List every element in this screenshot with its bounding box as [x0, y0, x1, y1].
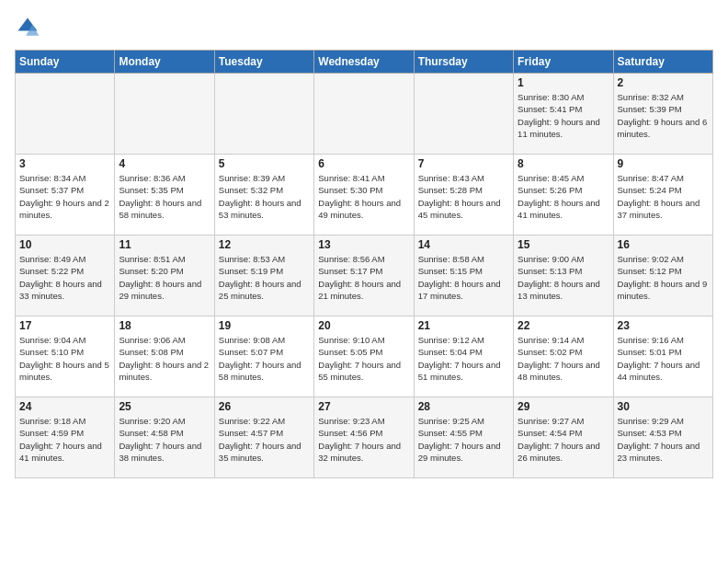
calendar-cell: 1Sunrise: 8:30 AM Sunset: 5:41 PM Daylig…: [514, 74, 613, 155]
day-number: 28: [418, 400, 509, 413]
calendar-cell: [16, 74, 115, 155]
calendar-cell: 26Sunrise: 9:22 AM Sunset: 4:57 PM Dayli…: [214, 397, 313, 478]
day-info: Sunrise: 9:06 AM Sunset: 5:08 PM Dayligh…: [119, 334, 210, 383]
logo-icon: [15, 15, 40, 40]
day-info: Sunrise: 8:34 AM Sunset: 5:37 PM Dayligh…: [19, 172, 110, 221]
calendar-cell: 30Sunrise: 9:29 AM Sunset: 4:53 PM Dayli…: [613, 397, 712, 478]
day-info: Sunrise: 9:12 AM Sunset: 5:04 PM Dayligh…: [418, 334, 509, 383]
calendar-week-3: 10Sunrise: 8:49 AM Sunset: 5:22 PM Dayli…: [16, 236, 713, 316]
day-number: 25: [119, 400, 210, 413]
day-number: 4: [119, 157, 210, 170]
calendar-cell: 13Sunrise: 8:56 AM Sunset: 5:17 PM Dayli…: [314, 236, 414, 316]
day-number: 15: [518, 238, 609, 251]
calendar-cell: 21Sunrise: 9:12 AM Sunset: 5:04 PM Dayli…: [414, 316, 513, 397]
day-number: 19: [219, 319, 310, 332]
day-info: Sunrise: 9:10 AM Sunset: 5:05 PM Dayligh…: [318, 334, 409, 383]
day-info: Sunrise: 9:29 AM Sunset: 4:53 PM Dayligh…: [618, 415, 709, 464]
day-info: Sunrise: 8:41 AM Sunset: 5:30 PM Dayligh…: [318, 172, 409, 221]
day-number: 12: [219, 238, 310, 251]
day-info: Sunrise: 9:25 AM Sunset: 4:55 PM Dayligh…: [418, 415, 509, 464]
calendar-cell: 16Sunrise: 9:02 AM Sunset: 5:12 PM Dayli…: [613, 236, 712, 316]
header: [15, 15, 713, 40]
day-number: 11: [119, 238, 210, 251]
day-info: Sunrise: 9:08 AM Sunset: 5:07 PM Dayligh…: [219, 334, 310, 383]
day-info: Sunrise: 9:22 AM Sunset: 4:57 PM Dayligh…: [219, 415, 310, 464]
header-friday: Friday: [514, 51, 613, 74]
day-info: Sunrise: 9:02 AM Sunset: 5:12 PM Dayligh…: [618, 253, 709, 302]
day-number: 6: [318, 157, 409, 170]
day-info: Sunrise: 8:39 AM Sunset: 5:32 PM Dayligh…: [219, 172, 310, 221]
day-number: 2: [618, 76, 709, 89]
day-number: 10: [19, 238, 110, 251]
day-number: 7: [418, 157, 509, 170]
day-number: 27: [318, 400, 409, 413]
day-number: 30: [618, 400, 709, 413]
day-info: Sunrise: 9:16 AM Sunset: 5:01 PM Dayligh…: [618, 334, 709, 383]
day-info: Sunrise: 8:47 AM Sunset: 5:24 PM Dayligh…: [618, 172, 709, 221]
day-number: 1: [518, 76, 609, 89]
day-number: 9: [618, 157, 709, 170]
calendar-cell: 10Sunrise: 8:49 AM Sunset: 5:22 PM Dayli…: [16, 236, 115, 316]
calendar-cell: 5Sunrise: 8:39 AM Sunset: 5:32 PM Daylig…: [214, 155, 313, 236]
calendar-cell: 12Sunrise: 8:53 AM Sunset: 5:19 PM Dayli…: [214, 236, 313, 316]
page: SundayMondayTuesdayWednesdayThursdayFrid…: [0, 0, 728, 489]
day-info: Sunrise: 8:49 AM Sunset: 5:22 PM Dayligh…: [19, 253, 110, 302]
day-info: Sunrise: 9:23 AM Sunset: 4:56 PM Dayligh…: [318, 415, 409, 464]
day-number: 29: [518, 400, 609, 413]
day-info: Sunrise: 8:36 AM Sunset: 5:35 PM Dayligh…: [119, 172, 210, 221]
day-number: 22: [518, 319, 609, 332]
calendar-cell: 23Sunrise: 9:16 AM Sunset: 5:01 PM Dayli…: [613, 316, 712, 397]
day-info: Sunrise: 8:32 AM Sunset: 5:39 PM Dayligh…: [618, 91, 709, 140]
day-info: Sunrise: 9:27 AM Sunset: 4:54 PM Dayligh…: [518, 415, 609, 464]
calendar-cell: 8Sunrise: 8:45 AM Sunset: 5:26 PM Daylig…: [514, 155, 613, 236]
calendar-cell: 6Sunrise: 8:41 AM Sunset: 5:30 PM Daylig…: [314, 155, 414, 236]
calendar-cell: [414, 74, 513, 155]
day-number: 23: [618, 319, 709, 332]
day-number: 3: [19, 157, 110, 170]
day-number: 20: [318, 319, 409, 332]
day-info: Sunrise: 9:00 AM Sunset: 5:13 PM Dayligh…: [518, 253, 609, 302]
day-info: Sunrise: 9:20 AM Sunset: 4:58 PM Dayligh…: [119, 415, 210, 464]
day-info: Sunrise: 8:43 AM Sunset: 5:28 PM Dayligh…: [418, 172, 509, 221]
calendar-cell: 14Sunrise: 8:58 AM Sunset: 5:15 PM Dayli…: [414, 236, 513, 316]
calendar-week-4: 17Sunrise: 9:04 AM Sunset: 5:10 PM Dayli…: [16, 316, 713, 397]
calendar-week-1: 1Sunrise: 8:30 AM Sunset: 5:41 PM Daylig…: [16, 74, 713, 155]
day-number: 26: [219, 400, 310, 413]
calendar-cell: 22Sunrise: 9:14 AM Sunset: 5:02 PM Dayli…: [514, 316, 613, 397]
calendar-cell: 3Sunrise: 8:34 AM Sunset: 5:37 PM Daylig…: [16, 155, 115, 236]
header-monday: Monday: [115, 51, 214, 74]
calendar-week-2: 3Sunrise: 8:34 AM Sunset: 5:37 PM Daylig…: [16, 155, 713, 236]
header-saturday: Saturday: [613, 51, 712, 74]
calendar-cell: 27Sunrise: 9:23 AM Sunset: 4:56 PM Dayli…: [314, 397, 414, 478]
day-number: 24: [19, 400, 110, 413]
day-number: 14: [418, 238, 509, 251]
day-info: Sunrise: 9:18 AM Sunset: 4:59 PM Dayligh…: [19, 415, 110, 464]
day-info: Sunrise: 9:04 AM Sunset: 5:10 PM Dayligh…: [19, 334, 110, 383]
day-info: Sunrise: 9:14 AM Sunset: 5:02 PM Dayligh…: [518, 334, 609, 383]
header-thursday: Thursday: [414, 51, 513, 74]
calendar-cell: [115, 74, 214, 155]
header-wednesday: Wednesday: [314, 51, 414, 74]
day-info: Sunrise: 8:56 AM Sunset: 5:17 PM Dayligh…: [318, 253, 409, 302]
day-number: 17: [19, 319, 110, 332]
day-number: 5: [219, 157, 310, 170]
logo: [15, 15, 44, 40]
day-info: Sunrise: 8:53 AM Sunset: 5:19 PM Dayligh…: [219, 253, 310, 302]
day-number: 13: [318, 238, 409, 251]
day-number: 18: [119, 319, 210, 332]
calendar-cell: [314, 74, 414, 155]
day-info: Sunrise: 8:30 AM Sunset: 5:41 PM Dayligh…: [518, 91, 609, 140]
day-number: 21: [418, 319, 509, 332]
calendar-cell: 15Sunrise: 9:00 AM Sunset: 5:13 PM Dayli…: [514, 236, 613, 316]
calendar-cell: 28Sunrise: 9:25 AM Sunset: 4:55 PM Dayli…: [414, 397, 513, 478]
calendar-cell: 17Sunrise: 9:04 AM Sunset: 5:10 PM Dayli…: [16, 316, 115, 397]
calendar-header-row: SundayMondayTuesdayWednesdayThursdayFrid…: [16, 51, 713, 74]
day-number: 16: [618, 238, 709, 251]
calendar-week-5: 24Sunrise: 9:18 AM Sunset: 4:59 PM Dayli…: [16, 397, 713, 478]
header-tuesday: Tuesday: [214, 51, 313, 74]
calendar-cell: 24Sunrise: 9:18 AM Sunset: 4:59 PM Dayli…: [16, 397, 115, 478]
calendar-cell: 29Sunrise: 9:27 AM Sunset: 4:54 PM Dayli…: [514, 397, 613, 478]
day-info: Sunrise: 8:51 AM Sunset: 5:20 PM Dayligh…: [119, 253, 210, 302]
calendar-cell: 9Sunrise: 8:47 AM Sunset: 5:24 PM Daylig…: [613, 155, 712, 236]
calendar-cell: [214, 74, 313, 155]
